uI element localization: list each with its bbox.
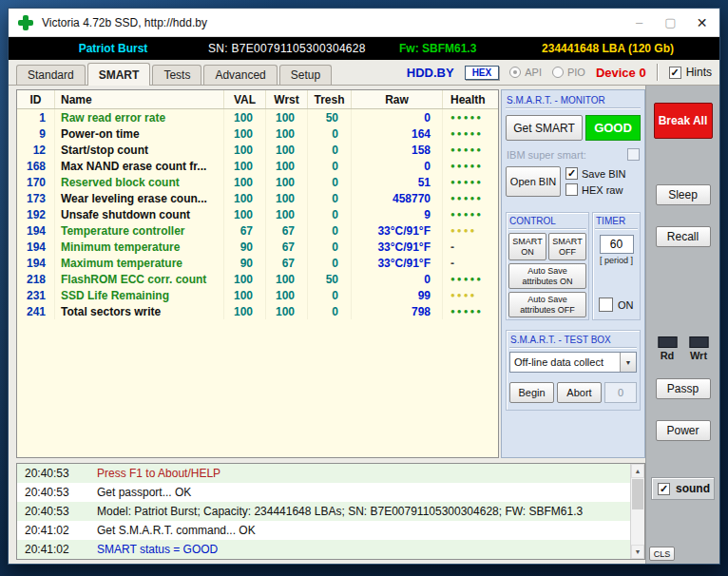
hints-checkbox[interactable] [669, 67, 681, 79]
cell-wrst: 67 [266, 239, 308, 255]
tab-setup[interactable]: Setup [279, 65, 332, 85]
rw-indicators: Rd Wrt [658, 336, 708, 361]
tab-strip: StandardSMARTTestsAdvancedSetup HDD.BY H… [9, 60, 719, 86]
auto-save-off-button[interactable]: Auto Save attributes OFF [508, 292, 586, 317]
open-bin-button[interactable]: Open BIN [506, 166, 561, 197]
hints-toggle[interactable]: Hints [669, 66, 712, 79]
col-header-id[interactable]: ID [17, 90, 55, 108]
table-row[interactable]: 231 SSD Life Remaining 100 100 0 99 ●●●● [17, 287, 498, 303]
save-bin-toggle[interactable]: Save BIN [565, 167, 625, 180]
cell-name: Raw read error rate [55, 109, 224, 125]
auto-save-on-button[interactable]: Auto Save attributes ON [508, 263, 586, 289]
table-row[interactable]: 241 Total sectors write 100 100 0 798 ●●… [17, 303, 498, 319]
sound-checkbox[interactable] [658, 483, 670, 495]
log-scrollbar[interactable]: ▲ ▼ [630, 464, 644, 559]
sleep-button[interactable]: Sleep [656, 184, 711, 205]
sound-toggle[interactable]: sound [651, 477, 715, 500]
cell-health: ●●●●● [443, 190, 498, 206]
tab-standard[interactable]: Standard [16, 65, 86, 85]
pio-radio[interactable] [552, 67, 564, 78]
table-row[interactable]: 12 Start/stop count 100 100 0 158 ●●●●● [17, 142, 498, 158]
cell-raw: 798 [352, 303, 443, 319]
begin-button[interactable]: Begin [509, 382, 554, 403]
brand-link[interactable]: HDD.BY [407, 66, 454, 80]
table-row[interactable]: 168 Max NAND erase count fr... 100 100 0… [17, 158, 498, 174]
table-row[interactable]: 1 Raw read error rate 100 100 50 0 ●●●●● [17, 109, 498, 125]
chevron-down-icon[interactable]: ▼ [620, 353, 636, 372]
tab-tests[interactable]: Tests [152, 65, 201, 85]
close-button[interactable]: ✕ [686, 9, 718, 36]
clear-log-button[interactable]: CLS [649, 547, 675, 561]
scrollbar-thumb[interactable] [632, 479, 643, 509]
col-header-name[interactable]: Name [55, 90, 224, 108]
cell-name: Unsafe shutdown count [55, 206, 224, 222]
api-radio[interactable] [509, 67, 521, 78]
cell-tresh: 0 [308, 158, 352, 174]
drive-info-bar: Patriot Burst SN: B7E00791105300304628 F… [9, 37, 719, 60]
maximize-button[interactable]: ▢ [655, 9, 686, 36]
col-header-raw[interactable]: Raw [352, 90, 443, 108]
log-timestamp: 20:40:53 [17, 505, 84, 518]
hex-raw-toggle[interactable]: HEX raw [565, 183, 625, 196]
table-row[interactable]: 194 Minimum temperature 90 67 0 33°C/91°… [17, 239, 498, 255]
break-all-button[interactable]: Break All [654, 103, 713, 139]
scroll-up-icon[interactable]: ▲ [631, 464, 644, 478]
table-row[interactable]: 9 Power-on time 100 100 0 164 ●●●●● [17, 125, 498, 142]
cell-id: 194 [17, 239, 55, 255]
col-header-health[interactable]: Health [443, 90, 498, 108]
api-radio-label: API [525, 67, 542, 78]
timer-on-checkbox[interactable] [599, 298, 613, 312]
timer-group: TIMER 60 [ period ] ON [592, 212, 641, 320]
power-button[interactable]: Power [656, 420, 711, 441]
log-list: 20:40:53 Press F1 to About/HELP 20:40:53… [17, 464, 630, 559]
cell-tresh: 0 [308, 142, 352, 158]
table-row[interactable]: 173 Wear leveling erase coun... 100 100 … [17, 190, 498, 206]
col-header-wrst[interactable]: Wrst [266, 90, 308, 108]
table-row[interactable]: 218 FlashROM ECC corr. count 100 100 50 … [17, 271, 498, 287]
table-row[interactable]: 192 Unsafe shutdown count 100 100 0 9 ●●… [17, 206, 498, 222]
hex-button[interactable]: HEX [465, 66, 500, 80]
scroll-down-icon[interactable]: ▼ [631, 545, 644, 559]
timer-period-input[interactable]: 60 [600, 235, 634, 254]
cell-id: 9 [17, 125, 55, 142]
tab-advanced[interactable]: Advanced [203, 65, 277, 85]
testbox-caption: S.M.A.R.T. - TEST BOX [509, 334, 637, 348]
minimize-button[interactable]: – [623, 9, 655, 36]
smart-monitor-panel: S.M.A.R.T. - MONITOR Get SMART GOOD IBM … [501, 89, 645, 458]
test-select-dropdown[interactable]: Off-line data collect ▼ [509, 352, 637, 373]
pio-radio-group[interactable]: PIO [552, 67, 585, 78]
timer-on-toggle[interactable]: ON [595, 298, 638, 317]
titlebar: Victoria 4.72b SSD, http://hdd.by – ▢ ✕ [9, 9, 719, 37]
smart-on-button[interactable]: SMART ON [508, 233, 546, 260]
health-dots: ●●●● [450, 226, 476, 235]
ibm-super-smart-checkbox[interactable] [627, 148, 640, 161]
get-smart-button[interactable]: Get SMART [506, 115, 583, 141]
cell-wrst: 100 [266, 109, 308, 125]
api-radio-group[interactable]: API [509, 67, 542, 78]
save-bin-checkbox[interactable] [565, 167, 578, 180]
passport-button[interactable]: Passp [656, 378, 711, 399]
table-row[interactable]: 194 Temperature controller 67 67 0 33°C/… [17, 222, 498, 239]
table-row[interactable]: 194 Maximum temperature 90 67 0 33°C/91°… [17, 255, 498, 271]
cell-raw: 9 [352, 206, 443, 222]
health-dots: ●●●●● [450, 194, 483, 202]
log-message: Model: Patriot Burst; Capacity: 23444164… [84, 505, 583, 518]
cell-val: 100 [224, 287, 266, 303]
cell-id: 12 [17, 142, 55, 158]
recall-button[interactable]: Recall [656, 226, 711, 247]
log-message: SMART status = GOOD [84, 543, 218, 556]
col-header-val[interactable]: VAL [224, 90, 266, 108]
cell-wrst: 100 [266, 142, 308, 158]
health-dots: ●●●●● [450, 275, 483, 283]
hex-raw-checkbox[interactable] [565, 183, 578, 196]
abort-button[interactable]: Abort [557, 382, 602, 403]
log-message: Get passport... OK [84, 486, 191, 499]
col-header-tresh[interactable]: Tresh [308, 90, 352, 108]
cell-health: ●●●●● [443, 206, 498, 222]
tab-smart[interactable]: SMART [87, 63, 151, 86]
cell-tresh: 0 [308, 206, 352, 222]
table-row[interactable]: 170 Reserved block count 100 100 0 51 ●●… [17, 174, 498, 190]
save-bin-label: Save BIN [582, 168, 625, 180]
smart-off-button[interactable]: SMART OFF [548, 233, 586, 260]
cell-wrst: 67 [266, 255, 308, 271]
